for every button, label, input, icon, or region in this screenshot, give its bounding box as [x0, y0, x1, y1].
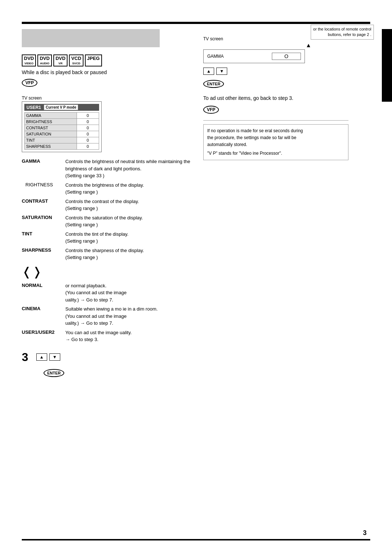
mode-label: NORMAL — [22, 282, 65, 288]
grey-header — [22, 29, 160, 47]
tv-screen-title: USER1 Current V P mode — [24, 104, 99, 111]
left-column: DVD VIDEO DVD AUDIO DVD VR VCD SVCD JPEG… — [22, 29, 196, 379]
desc-content: Controls the brightness of the display.(… — [65, 182, 196, 196]
divider-line — [203, 120, 348, 121]
desc-content: Controls the saturation of the display.(… — [65, 214, 196, 228]
mode-content: or normal playback.(You cannot ad ust th… — [65, 282, 196, 304]
vfp-button-right[interactable]: VFP — [203, 106, 219, 114]
desc-label: RIGHTNESS — [22, 182, 65, 187]
modes-container: NORMALor normal playback.(You cannot ad … — [22, 282, 196, 343]
mode-content: Suitable when iewing a mo ie in a dim ro… — [65, 305, 196, 327]
desc-content: Controls the tint of the display.(Settin… — [65, 231, 196, 245]
right-enter-button[interactable]: ENTER — [203, 80, 224, 88]
badge-dvd-video: DVD VIDEO — [22, 54, 36, 66]
badge-vcd-svcd: VCD SVCD — [69, 54, 83, 66]
badge-dvd-vr: DVD VR — [53, 54, 68, 66]
top-bar — [22, 22, 370, 24]
tv-table: GAMMA0BRIGHTNESS0CONTRAST0SATURATION0TIN… — [24, 112, 99, 150]
tv-table-row: CONTRAST0 — [25, 125, 99, 131]
mode-row: NORMALor normal playback.(You cannot ad … — [22, 282, 196, 304]
right-nav-arrows[interactable]: ▲ ▼ — [203, 68, 370, 75]
tv-screen-box: USER1 Current V P mode GAMMA0BRIGHTNESS0… — [22, 101, 102, 152]
note-box: If no operation is made for se eral seco… — [203, 124, 348, 160]
right-tv-row: GAMMA O — [206, 52, 302, 61]
right-tv-gamma-value: O — [272, 53, 301, 60]
note-line1: If no operation is made for se eral seco… — [207, 127, 344, 134]
tv-row-value: 0 — [77, 143, 99, 150]
goto-text: To ad ust other items, go back to step 3… — [203, 94, 370, 102]
circle-arrows: ❬ ❭ — [22, 265, 196, 279]
tv-row-value: 0 — [77, 125, 99, 131]
tv-table-row: BRIGHTNESS0 — [25, 119, 99, 125]
tv-row-value: 0 — [77, 137, 99, 143]
tv-table-row: SHARPNESS0 — [25, 143, 99, 150]
right-tv-screen-label: TV screen — [203, 36, 370, 41]
desc-content: Controls the brightness of neutral tints… — [65, 158, 196, 179]
note-line3: automatically stored. — [207, 141, 344, 148]
tv-table-row: SATURATION0 — [25, 131, 99, 137]
tv-row-name: CONTRAST — [25, 125, 77, 131]
mode-label: CINEMA — [22, 305, 65, 311]
right-tv-screen-box: GAMMA O — [203, 49, 305, 63]
desc-label: SATURATION — [22, 214, 65, 220]
enter-button-step3[interactable]: ENTER — [44, 369, 64, 377]
step-number: 3 — [22, 351, 28, 364]
right-tv-screen-container: TV screen ▲ GAMMA O — [203, 36, 370, 63]
tv-row-name: TINT — [25, 137, 77, 143]
right-tv-gamma-label: GAMMA — [207, 54, 224, 59]
playback-text: While a disc is played back or paused — [22, 69, 196, 75]
tv-row-name: GAMMA — [25, 113, 77, 119]
right-down-arrow[interactable]: ▼ — [216, 68, 227, 75]
badge-dvd-audio: DVD AUDIO — [37, 54, 52, 66]
desc-label: CONTRAST — [22, 198, 65, 204]
desc-row: SATURATIONControls the saturation of the… — [22, 214, 196, 228]
note-line4: "V P" stands for "Video ine Processor". — [207, 150, 344, 157]
mode-content: You can ad ust the image uality.→ Go to … — [65, 329, 196, 343]
current-mode-label: Current V P mode — [44, 105, 78, 110]
descriptions: GAMMAControls the brightness of neutral … — [22, 158, 196, 261]
desc-row: TINTControls the tint of the display.(Se… — [22, 231, 196, 245]
right-up-arrow[interactable]: ▲ — [203, 68, 214, 75]
tv-screen-label: TV screen — [22, 96, 196, 101]
desc-content: Controls the contrast of the display.(Se… — [65, 198, 196, 212]
desc-label: SHARPNESS — [22, 247, 65, 253]
mode-row: USER1/USER2You can ad ust the image uali… — [22, 329, 196, 343]
desc-row: RIGHTNESSControls the brightness of the … — [22, 182, 196, 196]
badge-jpeg: JPEG — [85, 54, 102, 66]
mode-label: USER1/USER2 — [22, 329, 65, 335]
desc-row: CONTRASTControls the contrast of the dis… — [22, 198, 196, 212]
tv-table-row: GAMMA0 — [25, 113, 99, 119]
desc-label: GAMMA — [22, 158, 65, 164]
page-container: 3 or the locations of remote control but… — [0, 0, 392, 555]
note-line2: the procedure, the settings made so far … — [207, 134, 344, 141]
tv-row-name: SATURATION — [25, 131, 77, 137]
right-column: TV screen ▲ GAMMA O ▲ ▼ ENTER To ad ust … — [203, 29, 370, 160]
right-tv-arrow: ▲ — [247, 42, 370, 49]
vfp-button-top[interactable]: VFP — [22, 79, 37, 87]
down-arrow-btn[interactable]: ▼ — [49, 353, 60, 361]
desc-row: GAMMAControls the brightness of neutral … — [22, 158, 196, 179]
up-arrow-btn[interactable]: ▲ — [36, 353, 47, 361]
tv-row-name: BRIGHTNESS — [25, 119, 77, 125]
tv-row-value: 0 — [77, 119, 99, 125]
right-tab — [382, 29, 392, 102]
tv-row-value: 0 — [77, 131, 99, 137]
tv-row-value: 0 — [77, 113, 99, 119]
desc-row: SHARPNESSControls the sharpness of the d… — [22, 247, 196, 261]
tv-row-name: SHARPNESS — [25, 143, 77, 150]
step3-nav-arrows[interactable]: ▲ ▼ — [36, 353, 60, 361]
mode-row: CINEMASuitable when iewing a mo ie in a … — [22, 305, 196, 327]
desc-content: Controls the sharpness of the display.(S… — [65, 247, 196, 261]
step3-row: 3 ▲ ▼ — [22, 351, 196, 364]
page-number: 3 — [363, 529, 367, 537]
bottom-bar — [22, 539, 370, 540]
tv-table-row: TINT0 — [25, 137, 99, 143]
desc-label: TINT — [22, 231, 65, 236]
format-badges: DVD VIDEO DVD AUDIO DVD VR VCD SVCD JPEG — [22, 54, 196, 66]
